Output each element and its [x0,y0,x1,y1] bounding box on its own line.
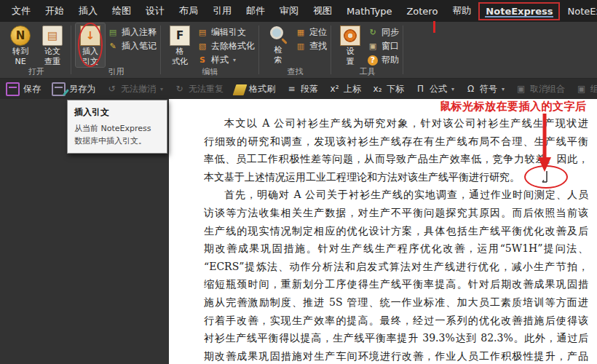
settings-icon [340,25,360,46]
ribbon-group-body: N转到NE▤论文查重 [6,23,67,67]
menu-tab-10[interactable]: MathType [339,2,399,20]
sync-button[interactable]: ↻同步 [368,26,399,39]
format-icon: F [170,25,190,46]
format-button[interactable]: F格式化 [165,23,194,67]
button-label: 检 [274,46,282,55]
button-label: 下标 [387,83,404,95]
ribbon-group-body: 检索▦定位▥查找 [264,23,327,67]
symbol-button[interactable]: Ω符号▾ [465,83,505,95]
ribbon-group-label: 工具 [336,67,399,78]
ribbon-group-label: 编辑 [165,67,255,78]
button-label: 去除格式化 [211,40,255,52]
ribbon-group-3: 检索▦定位▥查找查找 [259,22,331,78]
go-to-ne-button[interactable]: N转到NE [6,23,35,67]
menu-tab-5[interactable]: 布局 [172,1,205,21]
ribbon-group-label: 查找 [264,67,327,78]
ribbon-group-body: F格式化▤编辑引文▧去除格式化S样式▾ [165,23,255,67]
menu-tab-12[interactable]: 帮助 [445,1,478,21]
search-button[interactable]: 检索 [264,23,293,67]
find-icon: ▥ [296,41,306,52]
tooltip-body: 从当前 NoteExpress 数据库中插入引文。 [74,123,160,147]
document-page[interactable]: 本文以 A 公司衬衫生产线为研究对象，针对该公司衬衫生产线生产现状进行细致的研究… [169,99,597,364]
button-label: 保存 [23,83,41,95]
button-label: 论文 [44,47,60,56]
ribbon-group-body: 设置↻同步▣窗口?帮助 [336,23,399,67]
window-button[interactable]: ▣窗口 [368,40,399,52]
save-button[interactable]: 保存 [6,82,41,96]
formula-icon: Π [415,84,426,95]
paragraph-icon: ≡ [286,84,297,95]
annotation-red-mark [433,21,435,33]
menu-tab-14[interactable]: NoteExpress [560,2,597,20]
save-icon [6,82,20,96]
button-label: 转到 [12,47,28,56]
menu-tab-6[interactable]: 引用 [205,1,239,21]
locate-button[interactable]: ▦定位 [296,26,327,39]
superscript-icon: x² [329,84,340,95]
paper-check-icon: ▤ [42,25,63,46]
subscript-icon: x₂ [372,84,383,95]
button-label: 引文 [82,58,98,66]
ribbon: N转到NE▤论文查重打开↓插入引文▤插入注释✎插入笔记引用F格式化▤编辑引文▧去… [0,22,597,79]
settings-button[interactable]: 设置 [336,23,365,67]
button-label: 插入 [82,47,98,56]
style-button[interactable]: S样式▾ [197,54,255,66]
group-icon: ▣ [576,84,587,95]
insert-annotation-button[interactable]: ▤插入注释 [108,26,157,39]
edit-citation-button[interactable]: ▤编辑引文 [197,26,255,39]
ribbon-small-column: ↻同步▣窗口?帮助 [368,23,399,67]
subscript-button[interactable]: x₂下标 [372,83,404,95]
menu-tab-0[interactable]: 文件 [4,1,38,21]
menu-tab-1[interactable]: 开始 [38,1,71,21]
paragraph-button[interactable]: ≡段落 [286,83,318,95]
chevron-down-icon: ▾ [233,57,236,63]
menu-tab-2[interactable]: 插入 [71,1,105,21]
button-label: 样式 [211,54,229,66]
menu-tab-3[interactable]: 绘图 [105,1,138,21]
button-label: 查找 [309,40,327,52]
menu-tab-7[interactable]: 邮件 [239,1,272,21]
document-line-6: 生产线的现实情况制定相应的优化设计方案，具体包括生产线平衡优化改善及后 [204,222,588,240]
style-icon: S [197,55,207,66]
redo-icon: ↻ [174,84,185,95]
format-painter-button[interactable]: 格式刷 [234,82,275,95]
formula-button[interactable]: Π公式▾ [415,83,454,95]
button-label: 插入注释 [122,26,157,39]
insert-note-button[interactable]: ✎插入笔记 [108,40,157,52]
help-button[interactable]: ?帮助 [368,54,399,66]
go-to-ne-icon: N [10,25,31,46]
button-label: 编辑引文 [211,26,246,39]
button-label: 取消组合 [530,83,565,95]
document-line-1: 行细致的研究和调查，发现该衬衫生产线存在有生产线布局不合理、生产线平衡 [204,132,588,151]
insert-citation-icon: ↓ [80,25,100,46]
ribbon-group-label: 引用 [76,67,157,78]
menu-tab-8[interactable]: 审阅 [272,1,306,21]
menu-tab-13[interactable]: NoteExpress [478,2,560,20]
ribbon-small-column: ▤编辑引文▧去除格式化S样式▾ [197,23,255,67]
group-button: ▣组合 [576,83,597,95]
button-label: 定位 [309,26,327,39]
button-label: 上标 [344,83,361,95]
find-button[interactable]: ▥查找 [296,40,327,52]
save-as-icon [52,82,66,96]
document-line-12: 衬衫生产线平衡得以提高，生产线平衡率提升 39.3%达到 82.3%。此外，通过… [204,329,588,347]
menu-tab-4[interactable]: 设计 [138,1,172,21]
button-label: 另存为 [69,83,95,95]
menu-tab-11[interactable]: Zotero [399,2,445,20]
ribbon-group-label: 打开 [6,67,67,78]
button-label: 无法撤消 [121,83,156,95]
superscript-button[interactable]: x²上标 [329,83,361,95]
undo-button: ↺无法撤消▾ [106,83,163,95]
save-as-button[interactable]: 另存为 [52,82,95,96]
text-cursor-icon [539,170,553,184]
document-line-7: 期改善成果巩固措施。针对生产线生产程序优化改善，运用“5W1H”提问法、 [204,240,588,258]
button-label: NE [15,58,25,66]
paper-check-button[interactable]: ▤论文查重 [38,23,67,67]
help-icon: ? [368,55,378,66]
sync-icon: ↻ [368,28,378,38]
menu-tab-9[interactable]: 视图 [306,1,339,21]
insert-citation-button[interactable]: ↓插入引文 [76,23,105,67]
remove-format-button[interactable]: ▧去除格式化 [197,40,255,52]
chevron-down-icon: ▾ [502,86,505,92]
redo-button: ↻无法重复 [174,83,224,95]
